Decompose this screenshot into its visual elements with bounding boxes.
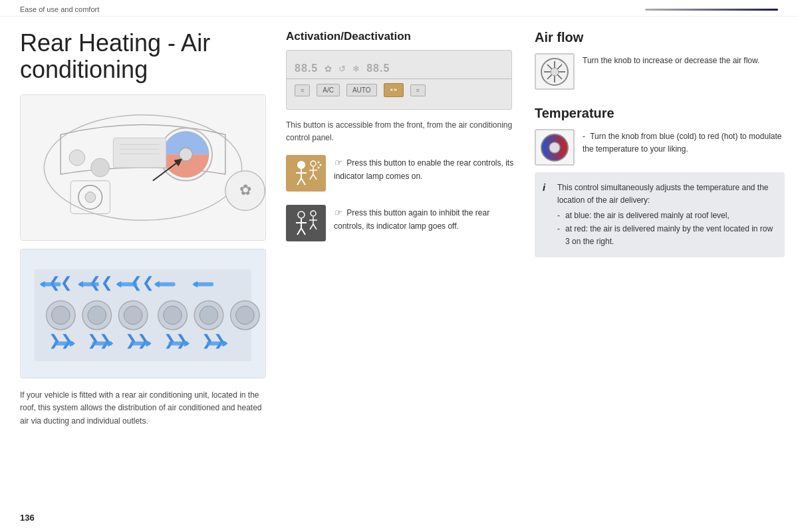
left-description: If your vehicle is fitted with a rear ai… <box>20 389 266 428</box>
top-bar: Ease of use and comfort <box>0 0 798 17</box>
rear-air-svg: ❯❯ ❯❯ ❯❯ ❯❯ ❯❯ ❯❯ ❯❯ ❯❯ <box>21 249 265 378</box>
page-title: Rear Heating - Air conditioning <box>20 30 266 82</box>
airflow-text: Turn the knob to increase or decrease th… <box>583 53 759 67</box>
svg-text:❯❯: ❯❯ <box>49 332 72 349</box>
info-list: at blue: the air is delivered mainly at … <box>544 209 775 248</box>
airflow-knob-svg <box>540 57 569 86</box>
airflow-icon-box <box>535 53 575 90</box>
temperature-item: - Turn the knob from blue (cold) to red … <box>535 129 785 166</box>
svg-text:❯❯: ❯❯ <box>125 332 149 349</box>
svg-point-58 <box>297 161 305 169</box>
panel-btn-rear[interactable]: ⁌⁍ <box>384 83 404 97</box>
svg-point-23 <box>124 306 142 325</box>
temperature-title: Temperature <box>535 106 785 121</box>
disable-icon-svg <box>289 208 323 238</box>
svg-point-71 <box>318 167 320 169</box>
svg-point-69 <box>318 162 320 164</box>
temp-dash: - <box>583 132 585 141</box>
svg-point-70 <box>320 164 322 166</box>
svg-line-76 <box>301 228 305 235</box>
temperature-icon-box <box>535 129 575 166</box>
info-icon: i <box>543 182 545 193</box>
svg-text:✿: ✿ <box>239 182 251 198</box>
left-column: Rear Heating - Air conditioning <box>0 17 279 525</box>
bullet-2: ☞ <box>334 207 342 217</box>
disable-button-icon <box>286 205 326 241</box>
svg-point-25 <box>164 306 182 325</box>
svg-line-80 <box>310 224 313 229</box>
enable-button-icon <box>286 155 326 192</box>
svg-point-4 <box>85 192 96 203</box>
panel-top-row: 88.5 ✿ ↺ ❄ 88.5 <box>287 59 511 79</box>
activation-title: Activation/Deactivation <box>286 30 515 43</box>
instruction-block-1: ☞ Press this button to enable the rear c… <box>286 155 515 192</box>
panel-icon-recirculate: ↺ <box>338 64 346 74</box>
panel-btn-right[interactable]: ≡ <box>410 84 426 96</box>
breadcrumb: Ease of use and comfort <box>20 5 99 13</box>
car-diagram-top: ✿ <box>20 94 266 241</box>
car-diagram-bottom: ❯❯ ❯❯ ❯❯ ❯❯ ❯❯ ❯❯ ❯❯ ❯❯ <box>20 249 266 378</box>
main-content: Rear Heating - Air conditioning <box>0 17 798 525</box>
info-intro-text: This control simultaneously adjusts the … <box>544 182 775 207</box>
svg-point-87 <box>551 68 559 76</box>
svg-point-11 <box>91 158 110 177</box>
panel-num-left: 88.5 <box>295 63 318 74</box>
panel-icon-fan: ✿ <box>325 64 332 74</box>
panel-icon-snowflake: ❄ <box>352 64 360 74</box>
airflow-description: Turn the knob to increase or decrease th… <box>583 56 759 65</box>
svg-text:❯❯: ❯❯ <box>201 332 225 349</box>
instruction-1-text: ☞ Press this button to enable the rear c… <box>334 155 515 183</box>
panel-btn-left[interactable]: ≡ <box>295 84 310 96</box>
svg-rect-12 <box>113 138 166 168</box>
svg-point-27 <box>200 306 218 325</box>
info-item-blue: at blue: the air is delivered mainly at … <box>557 209 775 222</box>
info-box: i This control simultaneously adjusts th… <box>535 172 785 257</box>
svg-point-64 <box>311 161 316 166</box>
temperature-knob-svg <box>540 133 569 162</box>
right-column: Air flow Turn the knob to increase or de… <box>525 17 798 525</box>
svg-line-63 <box>301 178 305 185</box>
svg-point-10 <box>69 150 85 166</box>
ac-panel-image: 88.5 ✿ ↺ ❄ 88.5 ≡ A/C AUTO ⁌⁍ ≡ <box>286 50 512 110</box>
airflow-item: Turn the knob to increase or decrease th… <box>535 53 785 90</box>
svg-point-7 <box>180 148 193 161</box>
svg-point-19 <box>51 306 70 325</box>
instruction-2-text: ☞ Press this button again to inhibit the… <box>334 205 515 233</box>
temperature-text: - Turn the knob from blue (cold) to red … <box>583 129 785 156</box>
panel-bottom-row: ≡ A/C AUTO ⁌⁍ ≡ <box>287 79 511 101</box>
svg-line-67 <box>310 174 313 180</box>
svg-text:❯❯: ❯❯ <box>164 332 188 349</box>
info-item-red: at red: the air is delivered mainly by t… <box>557 223 775 248</box>
top-bar-decoration <box>645 9 778 11</box>
svg-line-68 <box>313 174 317 180</box>
enable-icon-svg <box>289 158 323 188</box>
airflow-title: Air flow <box>535 30 785 45</box>
svg-point-29 <box>236 306 255 325</box>
car-interior-svg: ✿ <box>21 95 265 240</box>
svg-point-77 <box>311 211 316 216</box>
page-number: 136 <box>20 513 35 523</box>
svg-point-21 <box>88 306 106 325</box>
svg-point-72 <box>298 211 305 218</box>
instruction-2-label: Press this button again to inhibit the r… <box>334 208 489 231</box>
front-note: This button is accessible from the front… <box>286 119 515 144</box>
panel-btn-auto[interactable]: AUTO <box>346 84 377 96</box>
panel-btn-ac[interactable]: A/C <box>317 84 340 96</box>
temperature-section: Temperature - <box>535 106 785 257</box>
temperature-description: Turn the knob from blue (cold) to red (h… <box>583 132 782 154</box>
panel-num-right: 88.5 <box>366 63 390 74</box>
svg-line-75 <box>297 228 301 235</box>
svg-line-62 <box>297 178 301 185</box>
airflow-section: Air flow Turn the knob to increase or de… <box>535 30 785 90</box>
instruction-block-2: ☞ Press this button again to inhibit the… <box>286 205 515 241</box>
middle-column: Activation/Deactivation 88.5 ✿ ↺ ❄ 88.5 … <box>279 17 525 525</box>
svg-point-89 <box>549 142 560 153</box>
instruction-1-label: Press this button to enable the rear con… <box>334 158 513 181</box>
svg-text:❯❯: ❯❯ <box>87 332 111 349</box>
bullet-1: ☞ <box>334 158 342 168</box>
svg-line-81 <box>313 224 317 229</box>
